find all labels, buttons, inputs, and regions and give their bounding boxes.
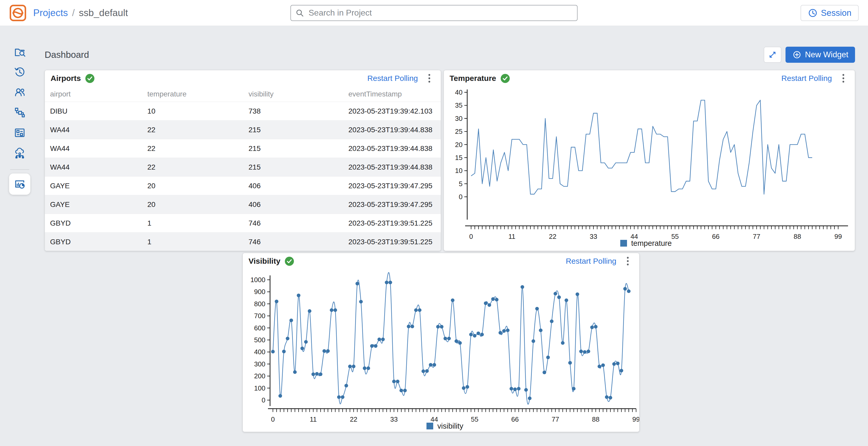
dashboard-icon: [14, 178, 26, 190]
svg-text:22: 22: [350, 415, 358, 423]
restart-polling-link[interactable]: Restart Polling: [781, 74, 832, 83]
table-cell: 746: [243, 232, 343, 251]
table-row: GBYD17462023-05-23T19:39:51.225: [45, 214, 441, 232]
column-header: eventTimestamp: [343, 86, 441, 102]
svg-text:800: 800: [254, 300, 266, 308]
svg-text:88: 88: [794, 232, 801, 241]
new-widget-button[interactable]: New Widget: [785, 47, 855, 63]
table-row: GBYD17462023-05-23T19:39:51.225: [45, 232, 441, 251]
widget-menu-button[interactable]: [622, 255, 633, 267]
sidebar-item-users[interactable]: [9, 82, 30, 102]
svg-text:77: 77: [552, 415, 559, 423]
plus-circle-icon: [792, 50, 802, 59]
svg-text:77: 77: [753, 232, 761, 241]
svg-text:1000: 1000: [250, 276, 266, 284]
svg-text:100: 100: [254, 384, 266, 392]
svg-text:700: 700: [254, 312, 266, 320]
airports-table-head: airporttemperaturevisibilityeventTimesta…: [45, 86, 441, 102]
widget-menu-button[interactable]: [424, 72, 435, 85]
svg-text:500: 500: [254, 336, 266, 344]
widget-title: Temperature: [450, 74, 496, 83]
brand: Projects / ssb_default: [9, 4, 128, 22]
check-circle-icon: [85, 74, 95, 83]
table-row: GAYE204062023-05-23T19:39:47.295: [45, 177, 441, 195]
widget-title: Visibility: [249, 257, 280, 265]
check-circle-icon: [285, 256, 294, 266]
sidebar-item-explorer[interactable]: [9, 42, 30, 62]
sidebar: [0, 26, 39, 446]
table-cell: 20: [142, 195, 243, 214]
sidebar-divider: [10, 169, 29, 170]
table-cell: 2023-05-23T19:39:42.103: [343, 102, 441, 120]
svg-text:10: 10: [455, 167, 463, 174]
svg-text:66: 66: [511, 415, 519, 423]
search-input[interactable]: [308, 8, 573, 18]
clock-icon: [808, 8, 818, 18]
table-cell: DIBU: [45, 102, 142, 120]
svg-text:99: 99: [835, 232, 842, 241]
table-cell: 22: [142, 121, 243, 139]
table-cell: 22: [142, 158, 243, 176]
visibility-widget: Visibility Restart Polling 0100200300400…: [243, 253, 640, 432]
svg-text:0: 0: [262, 396, 266, 404]
svg-text:66: 66: [712, 232, 720, 241]
table-row: WA44222152023-05-23T19:39:44.838: [45, 158, 441, 177]
svg-text:11: 11: [310, 415, 317, 423]
table-cell: 1: [142, 214, 243, 232]
table-cell: GBYD: [45, 214, 142, 232]
svg-text:35: 35: [455, 101, 463, 109]
table-cell: 746: [243, 214, 343, 232]
svg-text:15: 15: [455, 154, 463, 162]
table-cell: GAYE: [45, 195, 142, 214]
folder-search-icon: [14, 46, 26, 58]
kebab-icon: [842, 74, 845, 83]
search-box: [290, 5, 578, 21]
sidebar-item-functions[interactable]: [9, 123, 30, 143]
session-button[interactable]: Session: [801, 5, 859, 21]
airports-widget: Airports Restart Polling airporttemperat…: [44, 70, 441, 251]
svg-text:20: 20: [455, 141, 463, 149]
svg-text:99: 99: [632, 415, 639, 423]
users-icon: [14, 86, 26, 98]
breadcrumb-projects-link[interactable]: Projects: [33, 7, 68, 19]
svg-text:400: 400: [254, 348, 266, 356]
svg-text:25: 25: [455, 128, 463, 135]
table-row: DIBU107382023-05-23T19:39:42.103: [45, 102, 441, 121]
table-cell: 2023-05-23T19:39:51.225: [343, 232, 441, 251]
airports-widget-header: Airports Restart Polling: [45, 70, 441, 86]
svg-text:33: 33: [590, 232, 597, 241]
restart-polling-link[interactable]: Restart Polling: [566, 257, 616, 265]
history-icon: [14, 66, 26, 78]
sidebar-item-history[interactable]: [9, 62, 30, 82]
table-row: WA44222152023-05-23T19:39:44.838: [45, 139, 441, 158]
svg-text:600: 600: [254, 324, 266, 332]
airports-table-body: DIBU107382023-05-23T19:39:42.103WA442221…: [45, 102, 441, 251]
restart-polling-link[interactable]: Restart Polling: [367, 74, 418, 83]
sidebar-item-cloud[interactable]: [9, 143, 30, 163]
visibility-widget-header: Visibility Restart Polling: [243, 253, 639, 269]
column-header: airport: [45, 86, 142, 102]
sidebar-item-dashboard[interactable]: [9, 173, 30, 195]
svg-text:900: 900: [254, 288, 266, 296]
svg-text:88: 88: [592, 415, 599, 423]
svg-text:200: 200: [254, 372, 266, 380]
app-logo-icon[interactable]: [9, 4, 27, 22]
table-cell: 2023-05-23T19:39:44.838: [343, 139, 441, 158]
sidebar-item-jobs[interactable]: [9, 102, 30, 123]
table-cell: 215: [243, 158, 343, 176]
svg-text:temperature: temperature: [631, 239, 672, 247]
fullscreen-button[interactable]: [764, 47, 781, 63]
dashboard-titlebar: Dashboard New Widget: [44, 44, 868, 65]
widget-menu-button[interactable]: [838, 72, 849, 85]
svg-text:0: 0: [459, 193, 463, 201]
table-cell: 215: [243, 121, 343, 139]
svg-text:55: 55: [671, 232, 679, 241]
svg-text:22: 22: [549, 232, 556, 241]
app-header: Projects / ssb_default Session: [0, 0, 868, 26]
table-row: GAYE204062023-05-23T19:39:47.295: [45, 195, 441, 214]
new-widget-button-label: New Widget: [805, 50, 848, 59]
visibility-chart: 0100200300400500600700800900100001122334…: [243, 269, 639, 432]
svg-text:40: 40: [455, 88, 463, 96]
svg-text:0: 0: [271, 415, 275, 423]
table-cell: GBYD: [45, 232, 142, 251]
